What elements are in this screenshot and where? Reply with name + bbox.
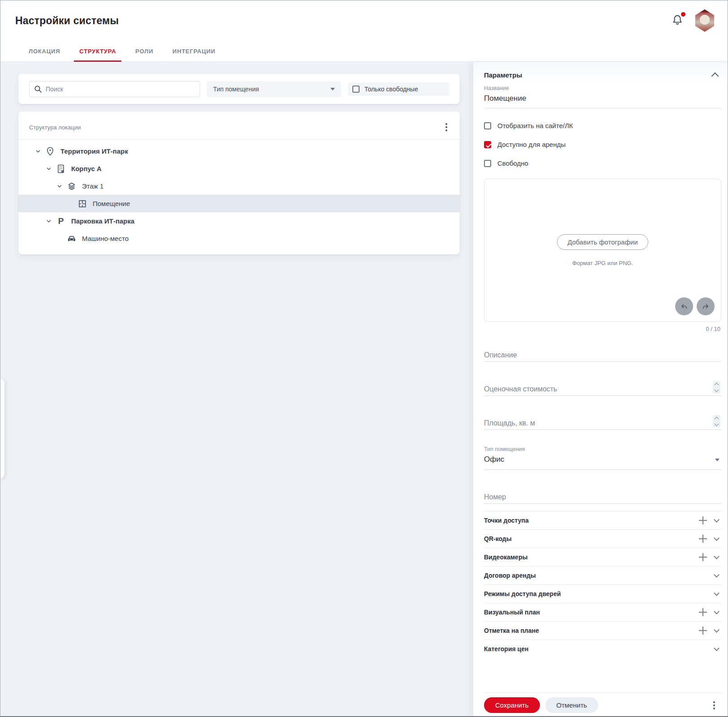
add-photos-button[interactable]: Добавить фотографии [557, 234, 648, 250]
checkbox-row[interactable]: Отобразить на сайте/ЛК [484, 122, 721, 129]
parameters-title: Параметры [484, 71, 522, 79]
name-field[interactable]: Название Помещение [484, 85, 721, 108]
add-icon[interactable] [698, 608, 707, 617]
chevron-down-icon[interactable] [54, 181, 65, 192]
undo-redo-group [675, 297, 715, 315]
photo-upload-area[interactable]: Добавить фотографии Формат JPG или PNG. [484, 179, 721, 322]
tab-bar: ЛОКАЦИЯСТРУКТУРАРОЛИИНТЕГРАЦИИ [0, 41, 728, 62]
tab-роли[interactable]: РОЛИ [130, 41, 158, 61]
chevron-down-icon[interactable] [714, 627, 719, 633]
section-row[interactable]: QR-коды [484, 529, 721, 548]
layers-icon [66, 181, 77, 192]
room-type-select[interactable]: Тип помещения Офис [484, 446, 721, 470]
only-free-label: Только свободные [364, 86, 418, 93]
tree-row-parking[interactable]: P Парковка ИТ-парка [18, 212, 460, 230]
car-icon [66, 233, 77, 244]
section-row[interactable]: Видеокамеры [484, 548, 721, 566]
photo-format-hint: Формат JPG или PNG. [572, 260, 633, 266]
only-free-checkbox[interactable]: Только свободные [348, 82, 449, 96]
area-input[interactable] [484, 416, 721, 430]
chevron-down-icon[interactable] [714, 517, 719, 523]
room-type-filter-label: Тип помещения [213, 86, 259, 93]
tree-row-layers[interactable]: Этаж 1 [18, 177, 460, 195]
footer-menu-kebab-icon[interactable] [711, 700, 717, 711]
chevron-down-icon[interactable] [714, 609, 719, 614]
redo-button[interactable] [697, 297, 715, 315]
chevron-down-icon[interactable] [714, 554, 719, 559]
checkbox-row[interactable]: Доступно для аренды [484, 141, 721, 148]
chevron-down-icon[interactable] [714, 590, 719, 596]
tab-локация[interactable]: ЛОКАЦИЯ [23, 41, 65, 61]
checkbox-row[interactable]: Свободно [484, 159, 721, 167]
undo-button[interactable] [675, 297, 693, 315]
checkbox-icon [484, 141, 491, 148]
collapsed-drawer-handle [0, 379, 4, 478]
tree-row-floor-plan[interactable]: Помещение [18, 195, 460, 212]
panel-footer: Сохранить Отменить [484, 692, 721, 717]
chevron-down-icon[interactable] [43, 216, 54, 227]
search-input[interactable] [46, 86, 195, 93]
tree-list: Территория ИТ-парк Корпус А Этаж 1 Помещ… [18, 140, 460, 247]
checkbox-icon [484, 122, 491, 129]
system-settings-page: Настройки системы ЛОКАЦИЯСТРУКТУРАРОЛИИН… [0, 0, 728, 717]
accordion-sections: Точки доступа QR-коды Видеокамеры Догово… [484, 511, 721, 658]
undo-icon [680, 302, 689, 311]
tree-row-building[interactable]: Корпус А [18, 160, 460, 177]
tree-row-location-pin[interactable]: Территория ИТ-парк [18, 142, 460, 160]
number-stepper[interactable] [713, 415, 720, 427]
tab-интеграции[interactable]: ИНТЕГРАЦИИ [167, 41, 221, 61]
filter-card: Тип помещения Только свободные [18, 74, 460, 104]
parameters-header: Параметры [484, 68, 721, 82]
number-input[interactable] [484, 490, 721, 504]
tree-menu-kebab-icon[interactable] [444, 121, 449, 133]
tree-header: Структура локации [18, 112, 460, 139]
location-structure-card: Структура локации Территория ИТ-парк Кор… [18, 112, 460, 254]
chevron-down-icon[interactable] [43, 163, 54, 174]
chevron-down-icon[interactable] [714, 535, 719, 541]
section-row[interactable]: Категория цен [484, 640, 721, 658]
section-row[interactable]: Визуальный план [484, 603, 721, 621]
caret-down-icon [330, 88, 335, 90]
topbar-right [671, 9, 715, 32]
tree-title: Структура локации [29, 124, 81, 131]
topbar: Настройки системы [0, 0, 728, 41]
save-button[interactable]: Сохранить [484, 697, 540, 713]
tab-структура[interactable]: СТРУКТУРА [74, 41, 121, 61]
chevron-down-icon[interactable] [714, 645, 719, 651]
room-type-filter-select[interactable]: Тип помещения [207, 81, 341, 97]
number-field [484, 490, 721, 504]
chevron-down-icon[interactable] [65, 198, 76, 209]
caret-down-icon [715, 459, 719, 461]
estimated-cost-input[interactable] [484, 382, 721, 396]
estimated-cost-field [484, 382, 721, 396]
section-row[interactable]: Отметка на плане [484, 621, 721, 640]
chevron-down-icon[interactable] [714, 572, 719, 578]
building-icon [55, 163, 67, 174]
description-field [484, 348, 721, 362]
location-pin-icon [44, 146, 56, 157]
section-row[interactable]: Договор аренды [484, 566, 721, 584]
add-icon[interactable] [698, 626, 707, 635]
page-title: Настройки системы [15, 15, 119, 27]
floor-plan-icon [77, 198, 88, 209]
collapse-chevron-up-icon[interactable] [711, 72, 719, 80]
chevron-down-icon[interactable] [33, 146, 43, 157]
notifications-bell-icon[interactable] [671, 13, 685, 28]
room-type-label: Тип помещения [484, 446, 721, 452]
section-row[interactable]: Точки доступа [484, 511, 721, 529]
notification-badge [681, 12, 685, 17]
photo-counter: 0 / 10 [484, 326, 721, 332]
chevron-down-icon[interactable] [54, 233, 65, 244]
tree-row-car[interactable]: Машино-место [18, 230, 460, 247]
add-icon[interactable] [698, 553, 707, 562]
name-value: Помещение [484, 94, 721, 103]
section-row[interactable]: Режимы доступа дверей [484, 584, 721, 603]
number-stepper[interactable] [713, 381, 720, 393]
search-icon [34, 85, 42, 93]
description-input[interactable] [484, 348, 721, 362]
add-icon[interactable] [698, 534, 707, 543]
add-icon[interactable] [698, 516, 707, 525]
room-type-value: Офис [484, 455, 721, 464]
cancel-button[interactable]: Отменить [545, 697, 599, 713]
user-avatar[interactable] [694, 9, 715, 32]
